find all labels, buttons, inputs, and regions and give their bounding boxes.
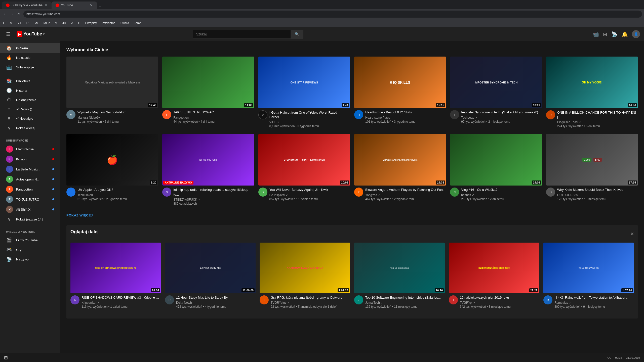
video-card-v4[interactable]: 0 IQ SKILLS 15:15 H Hearthstone - Best o… <box>354 57 446 128</box>
r2v3-duration: 10:03 <box>340 180 349 185</box>
v2-title: JAK SIĘ NIE STRESOWAĆ <box>173 110 254 115</box>
bookmark-temp[interactable]: Temp <box>133 21 142 25</box>
sidebar-main-section: 🏠 Główna 🔥 Na czasie 📺 Subskrypcje <box>0 41 60 74</box>
r2v6-duration: 17:35 <box>628 180 637 185</box>
video-card-wl6[interactable]: Tokyo Rain Walk 4K 1:07:20 R 【4K】Rainy w… <box>543 243 634 309</box>
video-card-v6[interactable]: OH MY YOGG! 10:40 D ONE IN A BILLION CHA… <box>546 57 638 128</box>
apps-button[interactable]: ⊞ <box>603 31 607 37</box>
refresh-button[interactable]: ↻ <box>16 11 21 18</box>
video-card-r2v6[interactable]: Good BAD 17:35 O Why Knife Makers Should… <box>546 134 638 205</box>
yt-logo-text: YouTube <box>23 31 42 37</box>
video-card-wl2[interactable]: 12 Hour Study Mix 12:00:00 D 12 Hour Stu… <box>165 243 256 309</box>
v1-channel: Mariusz Nieboży <box>77 116 158 119</box>
nav-buttons: ← → ↻ <box>2 11 21 18</box>
r2v6-channel: OUTDOORS55 <box>557 193 638 197</box>
bookmark-m[interactable]: M <box>9 21 13 25</box>
sub-altshiftx[interactable]: ✕ Alt Shift X <box>0 204 60 214</box>
new-tab-button[interactable]: + <box>97 4 104 9</box>
bookmark-studia[interactable]: Studia <box>119 21 130 25</box>
sub-labelle[interactable]: L La Belle Musiq... <box>0 164 60 174</box>
r2v1-thumb-icon: 🍎 <box>107 155 118 165</box>
bookmark-p[interactable]: P <box>77 21 81 25</box>
sidebar-library-section: 📚 Biblioteka 🕐 Historia ⏱ Do obejrzenia … <box>0 74 60 135</box>
tab-1[interactable]: Subskrypcje - YouTube ✕ <box>2 2 52 9</box>
video-card-v5[interactable]: IMPOSTER SYNDROME IN TECH 10:01 T Impost… <box>450 57 542 128</box>
sidebar-item-history[interactable]: 🕐 Historia <box>0 86 60 95</box>
bookmark-przydatne[interactable]: Przydatne <box>101 21 116 25</box>
back-button[interactable]: ← <box>2 11 8 17</box>
v5-thumb: IMPOSTER SYNDROME IN TECH 10:01 <box>450 57 542 108</box>
forward-button[interactable]: → <box>9 11 15 17</box>
video-card-wl4[interactable]: Top 10 Internships 26:16 J Top 10 Softwa… <box>354 243 445 309</box>
video-card-r2v2[interactable]: lofi hip hop radio AKTUALNIE NA ŻYWO S l… <box>162 134 254 205</box>
video-card-r2v5[interactable]: 14:06 N Vlog #16 - Co u Wieśka? naffnaff… <box>450 134 542 205</box>
user-avatar[interactable]: 👤 <box>632 30 640 38</box>
search-button[interactable]: 🔍 <box>291 30 303 39</box>
yt-films-icon: 🎬 <box>6 237 12 243</box>
video-card-wl3[interactable]: NAJTRUDNIEJSZA GRA RPG? 2:07:23 T Gra RP… <box>260 243 350 309</box>
sidebar-item-show-more[interactable]: ∨ Pokaż więcej <box>0 123 60 133</box>
video-card-wl5[interactable]: DZIEWIĘTNAŚCIE GIER 2019 27:27 T 19 najc… <box>449 243 539 309</box>
sidebar-item-home[interactable]: 🏠 Główna <box>0 43 60 53</box>
bookmark-m2[interactable]: M <box>54 21 58 25</box>
video-card-v3[interactable]: ONE STAR REVIEWS 9:44 V I Got a Haircut … <box>258 57 350 128</box>
wl1-stats: 116 tys. wyświetleń • 1 dzień temu <box>82 305 161 308</box>
search-icon: 🔍 <box>295 32 299 36</box>
wl2-thumb-text: 12 Hour Study Mix <box>200 266 221 269</box>
video-card-r2v4[interactable]: Bioware Angers Anthem Players 14:33 Y Bi… <box>354 134 446 205</box>
bookmark-jd[interactable]: JD <box>61 21 67 25</box>
bookmark-yt[interactable]: YT <box>16 21 22 25</box>
show-more-button[interactable]: POKAŻ WIĘCEJ <box>66 211 93 219</box>
system-tray: POL <box>606 356 611 359</box>
v6-meta: ONE IN A BILLION CHANCE FOR THIS TO HAPP… <box>557 110 638 128</box>
sub-electro[interactable]: E ElectroPosé <box>0 144 60 154</box>
tab-2[interactable]: YouTube ✕ <box>52 2 97 9</box>
tab-1-close[interactable]: ✕ <box>45 3 48 7</box>
sidebar-item-show-more-subs[interactable]: ∨ Pokaż jeszcze 148 <box>0 214 60 224</box>
sub-konon[interactable]: K Ko non <box>0 154 60 164</box>
wl1-info: K RISE OF SHADOWS CARD REVIEW #3 - Kripp… <box>70 295 161 308</box>
bookmark-mfp[interactable]: MFP <box>43 21 51 25</box>
address-bar[interactable]: https://www.youtube.com <box>23 11 642 18</box>
sidebar-item-playlist2[interactable]: ≡ ~' Nostalgic <box>0 114 60 123</box>
menu-icon[interactable]: ☰ <box>4 29 13 39</box>
start-button[interactable]: ⊞ <box>4 355 8 360</box>
sidebar-subscriptions-section: SUBSKRYPCJE E ElectroPosé K Ko non L La … <box>0 135 60 226</box>
sub-autostopem[interactable]: A Autostopem N... <box>0 174 60 184</box>
r2v4-meta: Bioware Angers Anthem Players by Patchin… <box>365 188 446 201</box>
video-card-wl1[interactable]: RISE OF SHADOWS CARD REVIEW #3 28:04 K R… <box>70 243 161 309</box>
bookmark-przepisy[interactable]: Przepisy <box>84 21 98 25</box>
r2v6-bad: BAD <box>593 158 602 162</box>
sidebar-item-trending[interactable]: 🔥 Na czasie <box>0 53 60 62</box>
sub-tojuzjutro[interactable]: T TO JUŻ JUTRO <box>0 194 60 204</box>
watch-later-close-button[interactable]: ✕ <box>630 231 634 237</box>
v3-thumb: ONE STAR REVIEWS 9:44 <box>258 57 350 108</box>
bookmark-f[interactable]: F <box>2 21 6 25</box>
yt-logo[interactable]: ▶ YouTube PL <box>17 31 46 37</box>
search-input[interactable] <box>193 30 291 39</box>
video-card-v1[interactable]: Redaktor Mariusz robi wywiad z Majorem 1… <box>66 57 158 128</box>
tab-2-close[interactable]: ✕ <box>90 3 93 7</box>
video-card-v2[interactable]: 11:09 F JAK SIĘ NIE STRESOWAĆ Fanggotten… <box>162 57 254 128</box>
wl6-meta: 【4K】Rainy walk from Tokyo station to Aki… <box>554 295 634 308</box>
v5-avatar: T <box>450 110 459 119</box>
video-card-r2v3[interactable]: STOP DOING THIS IN THE MORNING!! 10:03 B… <box>258 134 350 205</box>
sidebar-item-yt-films[interactable]: 🎬 Filmy YouTube <box>0 235 60 245</box>
show-more-icon: ∨ <box>6 125 12 131</box>
cast-button[interactable]: 📡 <box>611 31 618 37</box>
video-card-r2v1[interactable]: 🍎 5:20 T Uh, Apple...Are you OK? TechLin… <box>66 134 158 205</box>
bookmark-gm[interactable]: GM <box>32 21 39 25</box>
wl2-duration: 12:00:00 <box>242 288 255 292</box>
sidebar-item-subscriptions[interactable]: 📺 Subskrypcje <box>0 62 60 72</box>
sidebar-item-library[interactable]: 📚 Biblioteka <box>0 76 60 86</box>
sidebar-item-live[interactable]: 📡 Na żywo <box>0 254 60 264</box>
notifications-button[interactable]: 🔔 <box>622 31 628 37</box>
sidebar-item-watch-later[interactable]: ⏱ Do obejrzenia <box>0 95 60 105</box>
camera-button[interactable]: 📹 <box>593 31 599 37</box>
sub-fanggotten[interactable]: F Fanggotten <box>0 184 60 194</box>
sidebar-item-playlist1[interactable]: ≡ ~' Rejwik )) <box>0 105 60 114</box>
bookmark-r[interactable]: R <box>25 21 30 25</box>
bookmark-a[interactable]: A <box>70 21 74 25</box>
r2v6-good: Good <box>582 158 591 162</box>
sidebar-item-games[interactable]: 🎮 Gry <box>0 245 60 254</box>
